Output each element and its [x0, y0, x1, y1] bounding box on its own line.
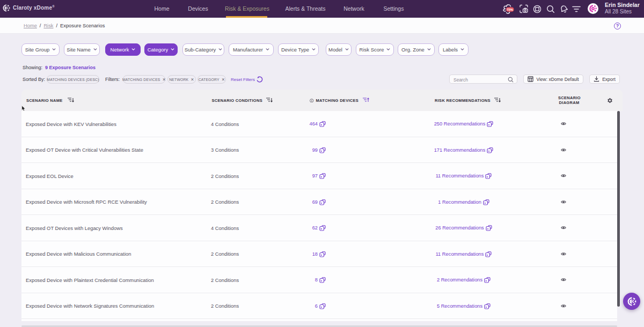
svg-text:73%: 73% [507, 8, 513, 11]
